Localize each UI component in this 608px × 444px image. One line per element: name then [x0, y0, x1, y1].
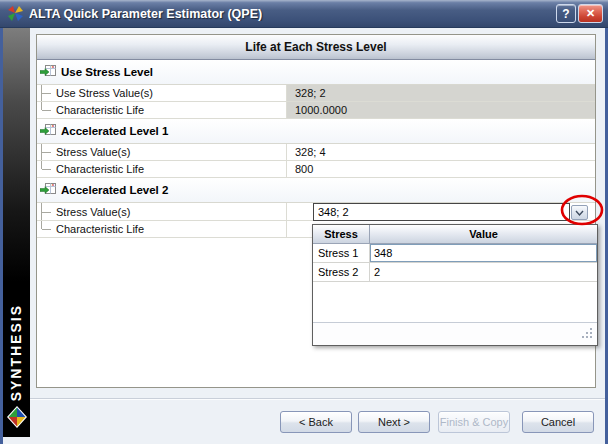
cancel-button[interactable]: Cancel — [522, 411, 594, 433]
popup-footer — [313, 322, 597, 345]
level1-stress-values-cell[interactable]: 328; 4 — [287, 144, 595, 160]
titlebar[interactable]: ALTA Quick Parameter Estimator (QPE) ? ✕ — [0, 0, 608, 28]
tree-connector — [41, 102, 54, 118]
stress-values-dropdown-button[interactable] — [571, 205, 588, 220]
help-icon: ? — [562, 7, 569, 21]
level1-characteristic-life-cell[interactable]: 800 — [287, 161, 595, 177]
synthesis-brand-text: SYNTHESIS — [8, 304, 24, 401]
section-title: Use Stress Level — [61, 66, 153, 78]
tree-connector — [41, 203, 54, 220]
enter-values-icon: a — [40, 65, 56, 80]
tree-connector — [41, 144, 54, 160]
synthesis-sidebar: SYNTHESIS — [3, 28, 30, 437]
popup-row: Stress 1 348 — [313, 244, 597, 263]
enter-values-icon: a — [40, 183, 56, 198]
use-characteristic-life-cell[interactable]: 1000.0000 — [287, 102, 595, 118]
synthesis-logo-icon — [7, 406, 27, 432]
wizard-button-bar: < Back Next > Finish & Copy Cancel — [30, 398, 605, 437]
section-title: Accelerated Level 2 — [61, 184, 168, 196]
table-row: Use Stress Value(s) 328; 2 — [37, 85, 595, 102]
table-row: Characteristic Life 1000.0000 — [37, 102, 595, 119]
use-stress-values-cell[interactable]: 328; 2 — [287, 85, 595, 101]
popup-stress1-value-cell[interactable]: 348 — [370, 244, 597, 262]
stress-values-editor-input[interactable] — [313, 203, 570, 221]
enter-values-icon: a — [40, 124, 56, 139]
finish-copy-button: Finish & Copy — [438, 411, 510, 433]
row-label: Characteristic Life — [56, 104, 144, 116]
stress-value-popup: Stress Value Stress 1 348 Stress 2 2 — [312, 224, 598, 346]
window-border-bottom — [0, 437, 608, 444]
resize-grip-icon[interactable] — [580, 326, 594, 342]
app-pinwheel-icon — [7, 5, 24, 22]
popup-header-row: Stress Value — [313, 225, 597, 244]
close-icon: ✕ — [586, 7, 595, 20]
help-button[interactable]: ? — [556, 4, 576, 23]
table-row: Stress Value(s) 328; 4 — [37, 144, 595, 161]
section-title: Accelerated Level 1 — [61, 125, 168, 137]
popup-col-value: Value — [370, 225, 597, 243]
popup-stress2-value-cell[interactable]: 2 — [370, 263, 597, 281]
popup-stress1-label: Stress 1 — [313, 244, 370, 262]
qpe-dialog-window: ALTA Quick Parameter Estimator (QPE) ? ✕… — [0, 0, 608, 444]
popup-empty-area — [313, 282, 597, 322]
dialog-content: Life at Each Stress Level a Use Stress L… — [30, 28, 605, 437]
row-label: Characteristic Life — [56, 223, 144, 235]
close-button[interactable]: ✕ — [578, 4, 603, 23]
tree-connector — [41, 161, 54, 177]
popup-row: Stress 2 2 — [313, 263, 597, 282]
table-row: Characteristic Life 800 — [37, 161, 595, 178]
row-label: Use Stress Value(s) — [56, 87, 153, 99]
popup-col-stress: Stress — [313, 225, 370, 243]
row-label: Characteristic Life — [56, 163, 144, 175]
section-use-stress-level[interactable]: a Use Stress Level — [37, 60, 595, 85]
window-title: ALTA Quick Parameter Estimator (QPE) — [29, 7, 554, 21]
next-button[interactable]: Next > — [358, 411, 430, 433]
section-accelerated-level-2[interactable]: a Accelerated Level 2 — [37, 178, 595, 203]
section-accelerated-level-1[interactable]: a Accelerated Level 1 — [37, 119, 595, 144]
row-label: Stress Value(s) — [56, 206, 130, 218]
chevron-down-icon — [574, 209, 585, 217]
grid-title: Life at Each Stress Level — [37, 35, 595, 60]
table-row-editing: Stress Value(s) — [37, 203, 595, 221]
tree-connector — [41, 221, 54, 237]
back-button[interactable]: < Back — [280, 411, 352, 433]
row-label: Stress Value(s) — [56, 146, 130, 158]
popup-stress2-label: Stress 2 — [313, 263, 370, 281]
tree-connector — [41, 85, 54, 101]
